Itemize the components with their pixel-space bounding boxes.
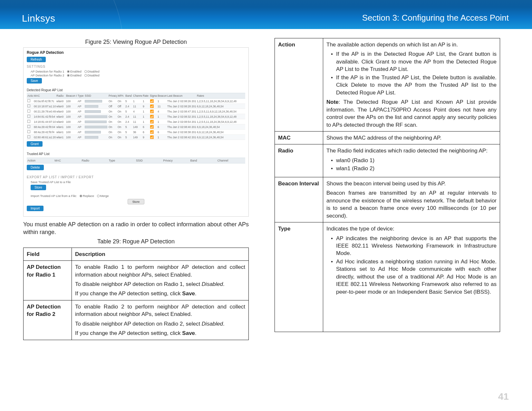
field-cell: AP Detection for Radio 1 <box>24 261 72 300</box>
col-header: Signal <box>149 93 157 99</box>
detected-rogue-table: ActionMACRadioBeacon Int.TypeSSIDPrivacy… <box>27 93 245 140</box>
radio-icon[interactable] <box>67 74 70 77</box>
table-row: 68:4a:29:42:f8:04wlan1100APOnOn51496📶6Th… <box>27 124 245 130</box>
field-cell-type: Type <box>275 222 323 332</box>
table-row: 00:0a:6f:42:f8:7cwlan0100APOnOn511📶1Thu … <box>27 99 245 104</box>
col-header: SSID <box>136 159 163 162</box>
col-header: WPA <box>117 93 125 99</box>
desc-cell-type: Indicates the type of device: AP indicat… <box>323 222 500 332</box>
detected-list-title: Detected Rogue AP List <box>27 88 245 92</box>
refresh-button[interactable]: Refresh <box>27 57 46 62</box>
col-header: Beacon Int. <box>65 93 77 99</box>
screenshot-title: Rogue AP Detection <box>27 50 245 55</box>
col-header: Channel <box>218 159 245 162</box>
section-title: Section 3: Configuring the Access Point <box>362 13 509 23</box>
signal-icon: 📶 <box>150 135 154 139</box>
col-header: Privacy <box>108 93 117 99</box>
col-header: Radio <box>56 93 65 99</box>
field-description-table: Action The available action depends on w… <box>275 38 500 332</box>
desc-cell-mac: Shows the MAC address of the neighboring… <box>323 131 500 144</box>
col-header: Last Beacon <box>167 93 196 99</box>
export-heading: EXPORT AP LIST / IMPORT / EXPORT <box>27 175 245 179</box>
table-row: 02:80:48:61:a1:20wlan1100APOnOn51499📶1Th… <box>27 135 245 140</box>
signal-icon: 📶 <box>150 115 154 118</box>
col-header: Beacons <box>157 93 167 99</box>
desc-cell-beacon: Shows the beacon interval being used by … <box>323 177 500 222</box>
setting-radio2: AP Detection for Radio 2 Enabled Disable… <box>31 73 245 77</box>
signal-icon: 📶 <box>150 99 154 103</box>
col-header: Type <box>109 159 136 162</box>
checkbox-icon[interactable] <box>27 115 30 118</box>
intro-paragraph: You must enable AP detection on a radio … <box>23 220 249 236</box>
trusted-table-header: ActionMACRadioTypeSSIDPrivacyBandChannel <box>27 158 245 163</box>
page-number: 41 <box>498 391 509 402</box>
checkbox-icon[interactable] <box>27 130 30 133</box>
col-header: MAC <box>33 93 56 99</box>
radio-icon[interactable] <box>84 70 87 73</box>
field-cell: AP Detection for Radio 2 <box>24 300 72 340</box>
field-cell-action: Action <box>275 38 323 132</box>
checkbox-icon[interactable] <box>27 135 30 138</box>
checkbox-icon[interactable] <box>27 125 30 128</box>
col-header: Rates <box>196 93 245 99</box>
figure-caption: Figure 25: Viewing Rogue AP Detection <box>23 39 249 45</box>
desc-cell: To enable Radio 1 to perform neighbor AP… <box>72 261 249 300</box>
import-row: Import Trusted AP List from a File: Repl… <box>31 194 245 198</box>
delete-button[interactable]: Delete <box>27 165 44 170</box>
signal-icon: 📶 <box>150 104 154 108</box>
radio-icon[interactable] <box>97 195 100 197</box>
table-row: 68:4a:29:42:f9:f4wlan1100APOnOn5366📶6Thu… <box>27 130 245 135</box>
field-cell-mac: MAC <box>275 131 323 144</box>
signal-icon: 📶 <box>150 120 154 123</box>
store-button[interactable]: Store <box>31 185 46 190</box>
checkbox-icon[interactable] <box>27 99 30 102</box>
checkbox-icon[interactable] <box>27 104 30 107</box>
import-button[interactable]: Import <box>27 206 44 211</box>
table-header-field: Field <box>24 248 72 260</box>
setting-radio1: AP Detection for Radio 1 Enabled Disable… <box>31 70 245 73</box>
checkbox-icon[interactable] <box>27 110 30 113</box>
header-banner: Linksys Section 3: Configuring the Acces… <box>0 0 532 29</box>
radio-icon[interactable] <box>67 70 70 73</box>
radio-icon[interactable] <box>80 195 82 197</box>
checkbox-icon[interactable] <box>27 120 30 123</box>
col-header: SSID <box>84 93 108 99</box>
table-header-desc: Description <box>72 248 249 260</box>
col-header: Type <box>77 93 84 99</box>
col-header: Band <box>190 159 218 162</box>
desc-cell-action: The available action depends on which li… <box>323 38 500 132</box>
table-row: 00:21:29:78:e0:49wlan0100APOnOn541📶4Thu … <box>27 109 245 114</box>
grant-button[interactable]: Grant <box>27 141 43 147</box>
signal-icon: 📶 <box>150 110 154 113</box>
col-header: Channel <box>132 93 142 99</box>
signal-icon: 📶 <box>150 125 154 129</box>
store-file-button[interactable]: Store <box>128 199 145 204</box>
table-29: Field Description AP Detection for Radio… <box>23 248 249 340</box>
field-cell-beacon: Beacon Interval <box>275 177 323 222</box>
brand-name: Linksys <box>22 13 55 24</box>
table-row: 14:18:81:44:97:10wlan0100APOnOn2.4111📶1T… <box>27 119 245 124</box>
save-button[interactable]: Save <box>27 78 42 83</box>
col-header: Band <box>125 93 132 99</box>
radio-icon[interactable] <box>84 74 87 77</box>
save-trusted-label: Save Trusted AP List to a File <box>31 180 245 184</box>
field-cell-radio: Radio <box>275 144 323 177</box>
signal-icon: 📶 <box>150 130 154 134</box>
col-header: Action <box>27 93 33 99</box>
screenshot-rogue-ap: Rogue AP Detection Refresh SETTINGS AP D… <box>23 47 249 217</box>
col-header: Privacy <box>163 159 190 162</box>
col-header: MAC <box>54 159 82 162</box>
desc-cell-radio: The Radio field indicates which radio de… <box>323 144 500 177</box>
table-caption: Table 29: Rogue AP Detection <box>23 238 249 245</box>
col-header: Radio <box>82 159 109 162</box>
trusted-list-title: Trusted AP List <box>27 152 245 156</box>
settings-heading: SETTINGS <box>27 65 245 68</box>
desc-cell: To enable Radio 2 to perform neighbor AP… <box>72 300 249 340</box>
table-row: 00:10:18:87:a1:10wlan0100APOffOff2.4119📶… <box>27 104 245 109</box>
col-header: Rate <box>142 93 149 99</box>
col-header: Action <box>27 159 54 162</box>
table-row: 14:84:81:42:f9:b4wlan0100APOnOn2.4111📶1T… <box>27 114 245 119</box>
